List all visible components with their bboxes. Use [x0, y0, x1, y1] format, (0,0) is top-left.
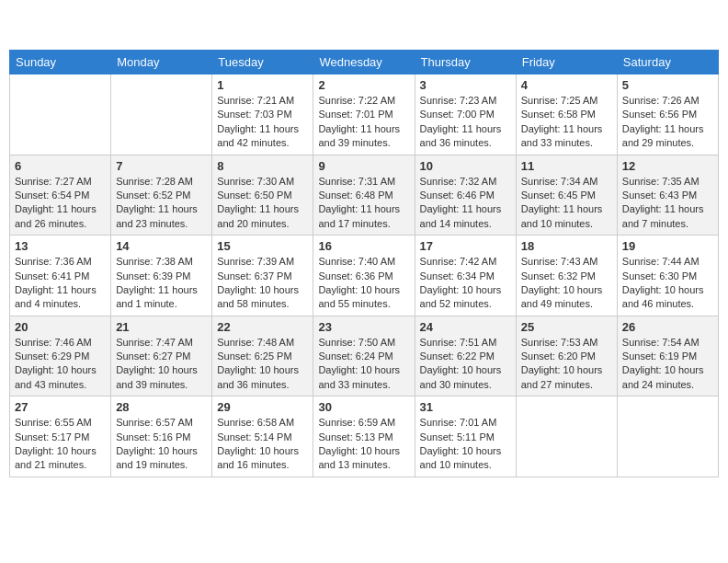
day-number: 5: [622, 78, 713, 92]
day-number: 20: [15, 320, 106, 334]
day-number: 18: [521, 239, 612, 253]
day-content: Daylight: 11 hours and 29 minutes.: [622, 122, 713, 151]
day-content: Daylight: 10 hours and 19 minutes.: [116, 444, 207, 473]
calendar-week-row: 6Sunrise: 7:27 AMSunset: 6:54 PMDaylight…: [10, 155, 719, 236]
day-number: 17: [420, 239, 511, 253]
day-header-monday: Monday: [111, 51, 212, 75]
day-number: 10: [420, 159, 511, 173]
day-content: Sunrise: 7:40 AM: [318, 255, 409, 269]
calendar-cell: 29Sunrise: 6:58 AMSunset: 5:14 PMDayligh…: [212, 396, 313, 477]
day-header-wednesday: Wednesday: [313, 51, 415, 75]
day-content: Daylight: 10 hours and 16 minutes.: [217, 444, 308, 473]
day-content: Sunrise: 7:36 AM: [15, 255, 106, 269]
day-content: Sunrise: 6:57 AM: [116, 416, 207, 430]
day-content: Daylight: 11 hours and 33 minutes.: [521, 122, 612, 151]
day-number: 3: [420, 78, 511, 92]
logo-icon: [13, 9, 46, 42]
day-content: Sunset: 6:41 PM: [15, 270, 106, 283]
day-content: Sunrise: 7:51 AM: [420, 336, 511, 350]
day-content: Daylight: 10 hours and 10 minutes.: [420, 444, 511, 473]
day-number: 11: [521, 159, 612, 173]
day-header-friday: Friday: [516, 51, 617, 75]
day-content: Daylight: 11 hours and 7 minutes.: [622, 202, 713, 231]
day-content: Daylight: 10 hours and 13 minutes.: [318, 444, 409, 473]
day-content: Sunrise: 7:21 AM: [217, 94, 308, 108]
day-number: 29: [217, 400, 308, 414]
day-content: Sunset: 6:30 PM: [622, 270, 713, 283]
day-number: 2: [318, 78, 409, 92]
day-content: Sunrise: 6:59 AM: [318, 416, 409, 430]
day-content: Daylight: 11 hours and 42 minutes.: [217, 122, 308, 151]
day-content: Sunrise: 7:42 AM: [420, 255, 511, 269]
day-content: Sunrise: 7:26 AM: [622, 94, 713, 108]
day-content: Sunrise: 7:22 AM: [318, 94, 409, 108]
calendar-cell: 12Sunrise: 7:35 AMSunset: 6:43 PMDayligh…: [617, 155, 718, 236]
day-content: Daylight: 11 hours and 26 minutes.: [15, 202, 106, 231]
day-content: Daylight: 10 hours and 24 minutes.: [622, 363, 713, 392]
day-content: Daylight: 10 hours and 33 minutes.: [318, 363, 409, 392]
day-content: Sunset: 6:22 PM: [420, 350, 511, 363]
day-content: Sunset: 6:48 PM: [318, 189, 409, 202]
calendar-cell: 7Sunrise: 7:28 AMSunset: 6:52 PMDaylight…: [111, 155, 212, 236]
day-header-tuesday: Tuesday: [212, 51, 313, 75]
day-content: Sunset: 6:50 PM: [217, 189, 308, 202]
calendar-cell: 10Sunrise: 7:32 AMSunset: 6:46 PMDayligh…: [415, 155, 516, 236]
day-content: Sunset: 6:43 PM: [622, 189, 713, 202]
calendar-week-row: 20Sunrise: 7:46 AMSunset: 6:29 PMDayligh…: [10, 316, 719, 396]
day-content: Sunset: 6:25 PM: [217, 350, 308, 363]
day-number: 8: [217, 159, 308, 173]
day-number: 26: [622, 320, 713, 334]
calendar-cell: [111, 75, 212, 155]
calendar-cell: 26Sunrise: 7:54 AMSunset: 6:19 PMDayligh…: [617, 316, 718, 396]
day-content: Sunset: 5:14 PM: [217, 431, 308, 444]
day-content: Daylight: 11 hours and 23 minutes.: [116, 202, 207, 231]
day-content: Sunrise: 7:46 AM: [15, 336, 106, 350]
day-content: Sunrise: 7:28 AM: [116, 175, 207, 189]
day-content: Sunset: 6:56 PM: [622, 108, 713, 121]
day-number: 25: [521, 320, 612, 334]
calendar-cell: 23Sunrise: 7:50 AMSunset: 6:24 PMDayligh…: [313, 316, 415, 396]
day-content: Sunrise: 7:30 AM: [217, 175, 308, 189]
day-content: Daylight: 10 hours and 43 minutes.: [15, 363, 106, 392]
day-content: Daylight: 10 hours and 36 minutes.: [217, 363, 308, 392]
calendar-week-row: 13Sunrise: 7:36 AMSunset: 6:41 PMDayligh…: [10, 236, 719, 316]
day-number: 4: [521, 78, 612, 92]
calendar-cell: 21Sunrise: 7:47 AMSunset: 6:27 PMDayligh…: [111, 316, 212, 396]
calendar-cell: 27Sunrise: 6:55 AMSunset: 5:17 PMDayligh…: [10, 396, 111, 477]
day-content: Sunrise: 7:25 AM: [521, 94, 612, 108]
calendar-header-row: SundayMondayTuesdayWednesdayThursdayFrid…: [10, 51, 719, 75]
day-content: Sunset: 6:52 PM: [116, 189, 207, 202]
day-content: Daylight: 10 hours and 55 minutes.: [318, 283, 409, 312]
calendar-cell: 30Sunrise: 6:59 AMSunset: 5:13 PMDayligh…: [313, 396, 415, 477]
day-number: 9: [318, 159, 409, 173]
calendar-cell: 20Sunrise: 7:46 AMSunset: 6:29 PMDayligh…: [10, 316, 111, 396]
day-content: Sunset: 6:45 PM: [521, 189, 612, 202]
day-content: Daylight: 10 hours and 21 minutes.: [15, 444, 106, 473]
day-content: Sunrise: 6:58 AM: [217, 416, 308, 430]
calendar-cell: 28Sunrise: 6:57 AMSunset: 5:16 PMDayligh…: [111, 396, 212, 477]
day-header-saturday: Saturday: [617, 51, 718, 75]
calendar-cell: 13Sunrise: 7:36 AMSunset: 6:41 PMDayligh…: [10, 236, 111, 316]
day-number: 12: [622, 159, 713, 173]
day-content: Daylight: 10 hours and 49 minutes.: [521, 283, 612, 312]
day-content: Sunrise: 7:44 AM: [622, 255, 713, 269]
calendar-cell: 6Sunrise: 7:27 AMSunset: 6:54 PMDaylight…: [10, 155, 111, 236]
calendar-cell: 31Sunrise: 7:01 AMSunset: 5:11 PMDayligh…: [415, 396, 516, 477]
day-content: Daylight: 11 hours and 14 minutes.: [420, 202, 511, 231]
day-content: Sunrise: 7:32 AM: [420, 175, 511, 189]
day-content: Sunset: 6:36 PM: [318, 270, 409, 283]
day-content: Sunrise: 7:50 AM: [318, 336, 409, 350]
calendar-cell: 24Sunrise: 7:51 AMSunset: 6:22 PMDayligh…: [415, 316, 516, 396]
day-content: Daylight: 10 hours and 39 minutes.: [116, 363, 207, 392]
day-content: Sunrise: 7:39 AM: [217, 255, 308, 269]
day-number: 15: [217, 239, 308, 253]
calendar-week-row: 27Sunrise: 6:55 AMSunset: 5:17 PMDayligh…: [10, 396, 719, 477]
day-content: Daylight: 11 hours and 10 minutes.: [521, 202, 612, 231]
day-content: Daylight: 10 hours and 58 minutes.: [217, 283, 308, 312]
calendar-cell: 8Sunrise: 7:30 AMSunset: 6:50 PMDaylight…: [212, 155, 313, 236]
day-content: Sunset: 6:37 PM: [217, 270, 308, 283]
day-content: Daylight: 10 hours and 27 minutes.: [521, 363, 612, 392]
day-content: Sunset: 7:00 PM: [420, 108, 511, 121]
day-number: 31: [420, 400, 511, 414]
day-content: Sunrise: 6:55 AM: [15, 416, 106, 430]
